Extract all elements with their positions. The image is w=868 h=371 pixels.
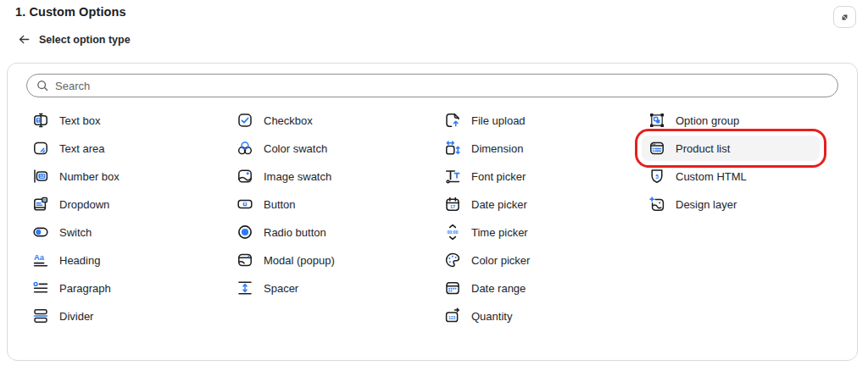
- option-label: Date picker: [471, 198, 527, 211]
- text-area-icon: [32, 140, 49, 157]
- heading-icon: Aa: [32, 252, 49, 269]
- product-list-icon: [648, 140, 665, 157]
- font-picker-icon: [444, 168, 461, 185]
- option-label: Time picker: [471, 226, 528, 239]
- spacer-icon: [236, 280, 253, 296]
- option-item-color-picker[interactable]: Color picker: [437, 247, 543, 273]
- switch-icon: [32, 224, 49, 241]
- option-column-2: CheckboxColor swatchImage swatchBButtonR…: [230, 105, 348, 303]
- option-item-text-area[interactable]: Text area: [25, 136, 118, 161]
- option-type-panel: TText boxText area12Number boxDropdownSw…: [7, 63, 858, 361]
- number-box-icon: 12: [32, 168, 49, 185]
- search-input[interactable]: [55, 80, 829, 92]
- option-item-quantity[interactable]: 123Quantity: [437, 303, 526, 329]
- custom-options-page: 1. Custom Options Select option type TTe…: [0, 0, 868, 371]
- option-label: Button: [264, 198, 296, 211]
- text-box-icon: T: [32, 112, 49, 129]
- option-item-product-list[interactable]: Product list: [642, 136, 820, 161]
- option-label: Spacer: [264, 282, 298, 295]
- option-item-button[interactable]: BButton: [230, 191, 309, 217]
- option-item-switch[interactable]: Switch: [25, 219, 105, 245]
- option-item-spacer[interactable]: Spacer: [230, 275, 312, 301]
- option-label: Dimension: [471, 142, 523, 155]
- svg-text:T: T: [37, 119, 40, 123]
- quantity-icon: 123: [444, 307, 461, 324]
- svg-text:B: B: [244, 202, 247, 206]
- divider-icon: [32, 307, 49, 324]
- svg-text:123: 123: [448, 316, 455, 320]
- option-item-heading[interactable]: AaHeading: [25, 247, 114, 273]
- color-swatch-icon: [236, 140, 253, 157]
- option-label: Switch: [59, 226, 92, 239]
- back-arrow-icon: [18, 33, 31, 46]
- option-label: Custom HTML: [676, 170, 747, 183]
- date-range-icon: [444, 280, 461, 296]
- option-item-color-swatch[interactable]: Color swatch: [230, 136, 341, 161]
- option-item-option-group[interactable]: Option group: [642, 108, 753, 133]
- file-upload-icon: [444, 112, 461, 129]
- back-button[interactable]: Select option type: [18, 33, 131, 46]
- option-label: Text box: [59, 114, 100, 127]
- back-label: Select option type: [39, 34, 131, 46]
- expand-button[interactable]: [833, 6, 856, 28]
- option-label: Product list: [676, 142, 730, 155]
- option-label: Font picker: [471, 170, 526, 183]
- option-item-text-box[interactable]: TText box: [25, 108, 114, 133]
- search-box[interactable]: [26, 74, 838, 97]
- option-label: Divider: [59, 310, 93, 323]
- option-item-custom-html[interactable]: 5Custom HTML: [642, 163, 760, 189]
- option-label: Radio button: [264, 226, 326, 239]
- option-label: File upload: [471, 114, 526, 127]
- option-label: Number box: [59, 170, 120, 183]
- option-label: Modal (popup): [264, 254, 335, 267]
- design-layer-icon: [648, 196, 665, 213]
- button-icon: B: [236, 196, 253, 213]
- option-item-design-layer[interactable]: Design layer: [642, 191, 750, 217]
- option-label: Color swatch: [264, 142, 327, 155]
- radio-button-icon: [236, 224, 253, 241]
- dropdown-icon: [32, 196, 49, 213]
- option-label: Option group: [676, 114, 739, 127]
- svg-text:12: 12: [40, 174, 45, 179]
- option-item-time-picker[interactable]: 00:00Time picker: [437, 219, 542, 245]
- option-item-date-picker[interactable]: 17Date picker: [437, 191, 541, 217]
- option-column-1: TText boxText area12Number boxDropdownSw…: [25, 105, 133, 331]
- custom-html-icon: 5: [648, 168, 665, 185]
- option-item-checkbox[interactable]: Checkbox: [230, 108, 326, 133]
- option-label: Quantity: [471, 310, 512, 323]
- dimension-icon: [444, 140, 461, 157]
- svg-text:00:00: 00:00: [448, 230, 459, 235]
- option-column-3: File uploadDimensionFont picker17Date pi…: [437, 105, 543, 331]
- option-item-paragraph[interactable]: Paragraph: [25, 275, 125, 301]
- option-item-image-swatch[interactable]: Image swatch: [230, 163, 345, 189]
- option-item-file-upload[interactable]: File upload: [437, 108, 539, 133]
- svg-text:5: 5: [655, 174, 659, 180]
- option-item-radio-button[interactable]: Radio button: [230, 219, 340, 245]
- option-item-font-picker[interactable]: Font picker: [437, 163, 539, 189]
- search-icon: [36, 79, 49, 92]
- date-picker-icon: 17: [444, 196, 461, 213]
- option-item-dropdown[interactable]: Dropdown: [25, 191, 123, 217]
- option-item-divider[interactable]: Divider: [25, 303, 107, 329]
- modal-popup-icon: [236, 252, 253, 269]
- image-swatch-icon: [236, 168, 253, 185]
- expand-diagonal-icon: [838, 11, 851, 24]
- option-label: Heading: [59, 254, 100, 267]
- option-label: Paragraph: [59, 282, 111, 295]
- option-item-number-box[interactable]: 12Number box: [25, 163, 133, 189]
- color-picker-icon: [444, 252, 461, 269]
- time-picker-icon: 00:00: [444, 224, 461, 241]
- paragraph-icon: [32, 280, 49, 296]
- option-label: Color picker: [471, 254, 530, 267]
- option-label: Date range: [471, 282, 526, 295]
- option-item-dimension[interactable]: Dimension: [437, 136, 537, 161]
- option-label: Image swatch: [264, 170, 331, 183]
- option-item-date-range[interactable]: Date range: [437, 275, 539, 301]
- option-label: Text area: [59, 142, 104, 155]
- svg-text:Aa: Aa: [34, 252, 45, 262]
- option-item-modal-popup[interactable]: Modal (popup): [230, 247, 348, 273]
- option-label: Checkbox: [264, 114, 313, 127]
- svg-text:17: 17: [450, 204, 455, 209]
- option-group-icon: [648, 112, 665, 129]
- option-label: Dropdown: [59, 198, 109, 211]
